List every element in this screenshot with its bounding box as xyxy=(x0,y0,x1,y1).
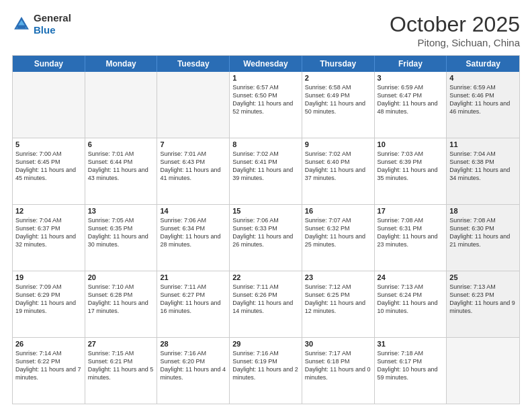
cell-info: Sunrise: 7:03 AM Sunset: 6:39 PM Dayligh… xyxy=(378,150,444,183)
calendar-row-4: 26Sunrise: 7:14 AM Sunset: 6:22 PM Dayli… xyxy=(13,338,519,404)
svg-rect-2 xyxy=(17,26,26,29)
day-cell-10: 10Sunrise: 7:03 AM Sunset: 6:39 PM Dayli… xyxy=(375,138,447,204)
cell-info: Sunrise: 6:59 AM Sunset: 6:46 PM Dayligh… xyxy=(449,83,517,116)
cell-info: Sunrise: 7:07 AM Sunset: 6:32 PM Dayligh… xyxy=(305,216,371,249)
day-cell-30: 30Sunrise: 7:17 AM Sunset: 6:18 PM Dayli… xyxy=(302,338,375,404)
day-number: 31 xyxy=(378,340,444,348)
day-number: 1 xyxy=(232,74,299,82)
cell-info: Sunrise: 7:13 AM Sunset: 6:23 PM Dayligh… xyxy=(449,283,517,316)
day-number: 21 xyxy=(160,273,226,281)
day-cell-19: 19Sunrise: 7:09 AM Sunset: 6:29 PM Dayli… xyxy=(13,271,85,337)
day-cell-20: 20Sunrise: 7:10 AM Sunset: 6:28 PM Dayli… xyxy=(85,271,158,337)
day-cell-5: 5Sunrise: 7:00 AM Sunset: 6:45 PM Daylig… xyxy=(13,138,85,204)
calendar-row-2: 12Sunrise: 7:04 AM Sunset: 6:37 PM Dayli… xyxy=(13,205,519,271)
day-cell-15: 15Sunrise: 7:06 AM Sunset: 6:33 PM Dayli… xyxy=(230,205,302,271)
day-number: 24 xyxy=(378,273,444,281)
cell-info: Sunrise: 7:01 AM Sunset: 6:44 PM Dayligh… xyxy=(88,150,154,183)
day-cell-7: 7Sunrise: 7:01 AM Sunset: 6:43 PM Daylig… xyxy=(157,138,230,204)
cell-info: Sunrise: 7:02 AM Sunset: 6:41 PM Dayligh… xyxy=(232,150,299,183)
day-cell-1: 1Sunrise: 6:57 AM Sunset: 6:50 PM Daylig… xyxy=(230,72,302,138)
calendar-row-3: 19Sunrise: 7:09 AM Sunset: 6:29 PM Dayli… xyxy=(13,271,519,338)
empty-cell-0-2 xyxy=(157,72,230,138)
day-number: 8 xyxy=(232,140,299,148)
day-number: 11 xyxy=(449,140,517,148)
logo-text: General Blue xyxy=(34,12,71,36)
day-number: 10 xyxy=(378,140,444,148)
day-cell-28: 28Sunrise: 7:16 AM Sunset: 6:20 PM Dayli… xyxy=(157,338,230,404)
day-number: 22 xyxy=(232,273,299,281)
cell-info: Sunrise: 7:11 AM Sunset: 6:27 PM Dayligh… xyxy=(160,283,226,316)
calendar-row-1: 5Sunrise: 7:00 AM Sunset: 6:45 PM Daylig… xyxy=(13,138,519,205)
day-cell-29: 29Sunrise: 7:16 AM Sunset: 6:19 PM Dayli… xyxy=(230,338,302,404)
day-cell-13: 13Sunrise: 7:05 AM Sunset: 6:35 PM Dayli… xyxy=(85,205,158,271)
cell-info: Sunrise: 7:17 AM Sunset: 6:18 PM Dayligh… xyxy=(305,349,371,382)
day-cell-16: 16Sunrise: 7:07 AM Sunset: 6:32 PM Dayli… xyxy=(302,205,375,271)
calendar-body: 1Sunrise: 6:57 AM Sunset: 6:50 PM Daylig… xyxy=(13,72,519,404)
empty-cell-4-6 xyxy=(447,338,519,404)
day-cell-12: 12Sunrise: 7:04 AM Sunset: 6:37 PM Dayli… xyxy=(13,205,85,271)
calendar-title: October 2025 xyxy=(390,12,520,37)
cell-info: Sunrise: 7:00 AM Sunset: 6:45 PM Dayligh… xyxy=(15,150,82,183)
cell-info: Sunrise: 7:02 AM Sunset: 6:40 PM Dayligh… xyxy=(305,150,371,183)
day-cell-24: 24Sunrise: 7:13 AM Sunset: 6:24 PM Dayli… xyxy=(375,271,447,337)
day-number: 4 xyxy=(449,74,517,82)
day-number: 28 xyxy=(160,340,226,348)
logo-blue: Blue xyxy=(34,24,56,36)
header-cell-sunday: Sunday xyxy=(13,56,85,72)
cell-info: Sunrise: 7:05 AM Sunset: 6:35 PM Dayligh… xyxy=(88,216,154,249)
cell-info: Sunrise: 7:14 AM Sunset: 6:22 PM Dayligh… xyxy=(15,349,82,382)
calendar: SundayMondayTuesdayWednesdayThursdayFrid… xyxy=(12,55,520,404)
day-cell-31: 31Sunrise: 7:18 AM Sunset: 6:17 PM Dayli… xyxy=(375,338,447,404)
day-number: 29 xyxy=(232,340,299,348)
cell-info: Sunrise: 7:18 AM Sunset: 6:17 PM Dayligh… xyxy=(378,349,444,382)
header-cell-friday: Friday xyxy=(375,56,447,72)
logo-general: General xyxy=(34,12,71,24)
cell-info: Sunrise: 7:13 AM Sunset: 6:24 PM Dayligh… xyxy=(378,283,444,316)
day-cell-25: 25Sunrise: 7:13 AM Sunset: 6:23 PM Dayli… xyxy=(447,271,519,337)
page: General Blue October 2025 Pitong, Sichua… xyxy=(0,0,532,411)
day-cell-27: 27Sunrise: 7:15 AM Sunset: 6:21 PM Dayli… xyxy=(85,338,158,404)
day-cell-6: 6Sunrise: 7:01 AM Sunset: 6:44 PM Daylig… xyxy=(85,138,158,204)
cell-info: Sunrise: 7:06 AM Sunset: 6:33 PM Dayligh… xyxy=(232,216,299,249)
day-number: 30 xyxy=(305,340,371,348)
day-number: 18 xyxy=(449,207,517,215)
day-cell-4: 4Sunrise: 6:59 AM Sunset: 6:46 PM Daylig… xyxy=(447,72,519,138)
cell-info: Sunrise: 7:01 AM Sunset: 6:43 PM Dayligh… xyxy=(160,150,226,183)
empty-cell-0-1 xyxy=(85,72,158,138)
day-number: 3 xyxy=(378,74,444,82)
cell-info: Sunrise: 7:15 AM Sunset: 6:21 PM Dayligh… xyxy=(88,349,154,382)
day-number: 27 xyxy=(88,340,154,348)
title-block: October 2025 Pitong, Sichuan, China xyxy=(390,12,520,48)
day-cell-22: 22Sunrise: 7:11 AM Sunset: 6:26 PM Dayli… xyxy=(230,271,302,337)
cell-info: Sunrise: 7:04 AM Sunset: 6:38 PM Dayligh… xyxy=(449,150,517,183)
cell-info: Sunrise: 6:57 AM Sunset: 6:50 PM Dayligh… xyxy=(232,83,299,116)
day-cell-26: 26Sunrise: 7:14 AM Sunset: 6:22 PM Dayli… xyxy=(13,338,85,404)
day-number: 19 xyxy=(15,273,82,281)
day-number: 23 xyxy=(305,273,371,281)
day-number: 12 xyxy=(15,207,82,215)
cell-info: Sunrise: 7:08 AM Sunset: 6:31 PM Dayligh… xyxy=(378,216,444,249)
day-number: 2 xyxy=(305,74,371,82)
header-cell-tuesday: Tuesday xyxy=(157,56,230,72)
day-number: 14 xyxy=(160,207,226,215)
cell-info: Sunrise: 7:10 AM Sunset: 6:28 PM Dayligh… xyxy=(88,283,154,316)
day-number: 15 xyxy=(232,207,299,215)
empty-cell-0-0 xyxy=(13,72,85,138)
calendar-subtitle: Pitong, Sichuan, China xyxy=(390,37,520,48)
cell-info: Sunrise: 7:11 AM Sunset: 6:26 PM Dayligh… xyxy=(232,283,299,316)
header-cell-saturday: Saturday xyxy=(447,56,519,72)
header-cell-monday: Monday xyxy=(85,56,158,72)
cell-info: Sunrise: 7:04 AM Sunset: 6:37 PM Dayligh… xyxy=(15,216,82,249)
cell-info: Sunrise: 7:16 AM Sunset: 6:20 PM Dayligh… xyxy=(160,349,226,382)
day-number: 9 xyxy=(305,140,371,148)
day-cell-14: 14Sunrise: 7:06 AM Sunset: 6:34 PM Dayli… xyxy=(157,205,230,271)
day-number: 16 xyxy=(305,207,371,215)
cell-info: Sunrise: 7:12 AM Sunset: 6:25 PM Dayligh… xyxy=(305,283,371,316)
day-number: 7 xyxy=(160,140,226,148)
calendar-header: SundayMondayTuesdayWednesdayThursdayFrid… xyxy=(13,56,519,72)
logo-icon xyxy=(12,15,31,34)
cell-info: Sunrise: 7:06 AM Sunset: 6:34 PM Dayligh… xyxy=(160,216,226,249)
cell-info: Sunrise: 6:59 AM Sunset: 6:47 PM Dayligh… xyxy=(378,83,444,116)
day-number: 13 xyxy=(88,207,154,215)
day-cell-23: 23Sunrise: 7:12 AM Sunset: 6:25 PM Dayli… xyxy=(302,271,375,337)
